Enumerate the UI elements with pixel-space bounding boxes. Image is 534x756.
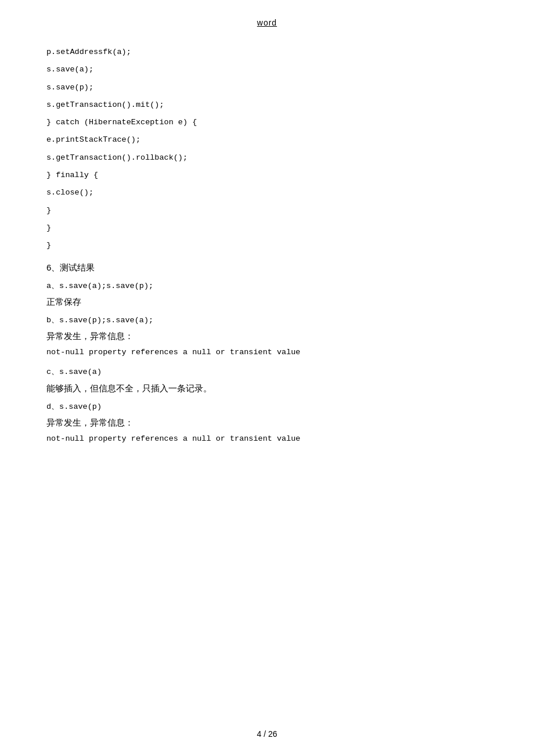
item-b-result: 异常发生，异常信息： xyxy=(46,331,488,342)
item-d: d、s.save(p) 异常发生，异常信息： not-null property… xyxy=(46,400,488,447)
code-block: p.setAddressfk(a); s.save(a); s.save(p);… xyxy=(46,45,488,253)
code-line-12: } xyxy=(46,239,488,253)
item-b: b、s.save(p);s.save(a); 异常发生，异常信息： not-nu… xyxy=(46,314,488,360)
code-line-1: p.setAddressfk(a); xyxy=(46,45,488,59)
item-a: a、s.save(a);s.save(p); 正常保存 xyxy=(46,279,488,308)
item-d-result: 异常发生，异常信息： xyxy=(46,417,488,429)
code-line-4: s.getTransaction().mit(); xyxy=(46,98,488,112)
code-line-10: } xyxy=(46,204,488,218)
item-b-label: b、s.save(p);s.save(a); xyxy=(46,314,488,327)
page-footer: 4 / 26 xyxy=(0,729,534,739)
code-line-7: s.getTransaction().rollback(); xyxy=(46,151,488,165)
item-c-label: c、s.save(a) xyxy=(46,365,488,379)
code-line-5: } catch (HibernateException e) { xyxy=(46,116,488,129)
item-a-label: a、s.save(a);s.save(p); xyxy=(46,279,488,293)
page-container: word p.setAddressfk(a); s.save(a); s.sav… xyxy=(0,0,534,756)
code-line-11: } xyxy=(46,221,488,235)
page-title: word xyxy=(257,18,277,27)
code-line-2: s.save(a); xyxy=(46,63,488,77)
code-line-8: } finally { xyxy=(46,168,488,182)
item-b-error: not-null property references a null or t… xyxy=(46,345,488,359)
code-line-3: s.save(p); xyxy=(46,81,488,95)
item-d-label: d、s.save(p) xyxy=(46,400,488,414)
item-d-error: not-null property references a null or t… xyxy=(46,432,488,446)
item-c-result: 能够插入，但信息不全，只插入一条记录。 xyxy=(46,383,488,394)
code-line-9: s.close(); xyxy=(46,186,488,200)
section-6-title: 6、测试结果 xyxy=(46,262,488,273)
code-line-6: e.printStackTrace(); xyxy=(46,133,488,147)
page-header: word xyxy=(46,17,488,28)
section-6: 6、测试结果 a、s.save(a);s.save(p); 正常保存 b、s.s… xyxy=(46,262,488,447)
item-a-result: 正常保存 xyxy=(46,297,488,308)
item-c: c、s.save(a) 能够插入，但信息不全，只插入一条记录。 xyxy=(46,365,488,394)
page-number: 4 / 26 xyxy=(257,729,277,739)
